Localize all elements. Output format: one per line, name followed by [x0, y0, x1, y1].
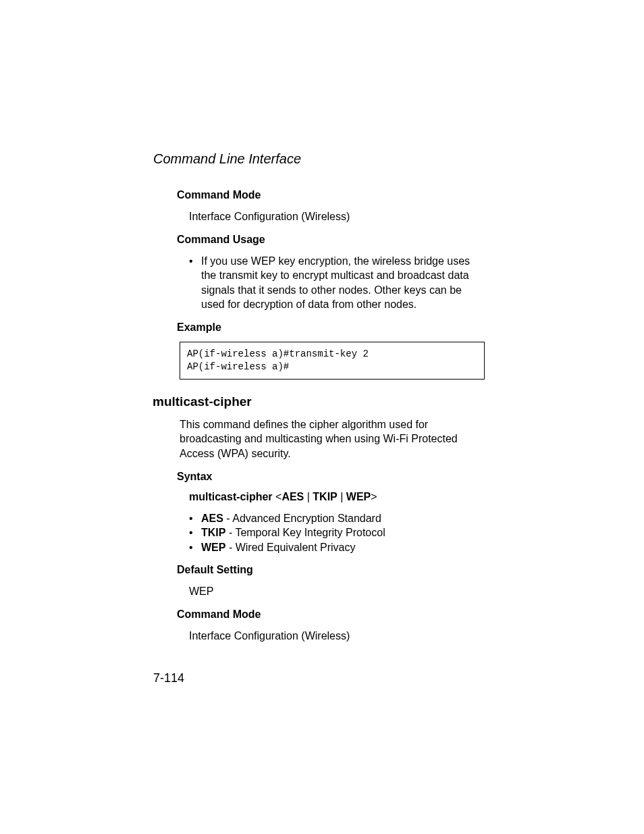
option-desc: - Wired Equivalent Privacy	[225, 542, 355, 553]
syntax-opt3: WEP	[346, 491, 371, 502]
option-item-wep: • WEP - Wired Equivalent Privacy	[189, 540, 487, 555]
default-setting-text: WEP	[189, 584, 487, 599]
default-setting-heading: Default Setting	[177, 564, 487, 576]
syntax-sep1: |	[304, 491, 313, 502]
syntax-opt1: AES	[281, 491, 304, 502]
bullet-icon: •	[189, 525, 201, 540]
bullet-icon: •	[189, 511, 201, 526]
example-code-block: AP(if-wireless a)#transmit-key 2 AP(if-w…	[180, 342, 485, 380]
bullet-icon: •	[189, 540, 201, 555]
content-area: Command Mode Interface Configuration (Wi…	[177, 186, 487, 653]
option-item-tkip: • TKIP - Temporal Key Integrity Protocol	[189, 525, 487, 540]
syntax-lt: <	[275, 491, 281, 502]
command-mode-text-2: Interface Configuration (Wireless)	[189, 629, 487, 644]
command-usage-heading: Command Usage	[177, 234, 487, 246]
option-desc: - Temporal Key Integrity Protocol	[225, 527, 385, 538]
syntax-heading: Syntax	[177, 471, 487, 483]
option-item-aes: • AES - Advanced Encryption Standard	[189, 511, 487, 526]
command-mode-heading-2: Command Mode	[177, 608, 487, 621]
option-key: TKIP	[201, 527, 225, 538]
command-mode-heading-1: Command Mode	[177, 189, 487, 201]
example-heading: Example	[177, 321, 487, 334]
command-intro: This command defines the cipher algorith…	[180, 417, 487, 461]
command-mode-text-1: Interface Configuration (Wireless)	[189, 209, 487, 224]
option-key: WEP	[201, 542, 225, 553]
option-list: • AES - Advanced Encryption Standard • T…	[189, 511, 487, 555]
syntax-line: multicast-cipher <AES | TKIP | WEP>	[189, 491, 487, 503]
page-number: 7-114	[153, 671, 184, 685]
syntax-sep2: |	[338, 491, 346, 502]
syntax-opt2: TKIP	[313, 491, 337, 502]
syntax-cmd: multicast-cipher	[189, 491, 273, 502]
bullet-icon: •	[189, 254, 201, 312]
syntax-gt: >	[371, 491, 377, 502]
page-header: Command Line Interface	[153, 151, 301, 167]
command-title: multicast-cipher	[153, 394, 487, 409]
command-usage-bullet: • If you use WEP key encryption, the wir…	[189, 254, 487, 312]
option-desc: - Advanced Encryption Standard	[223, 513, 381, 524]
command-usage-text: If you use WEP key encryption, the wirel…	[201, 254, 487, 312]
option-key: AES	[201, 513, 223, 524]
